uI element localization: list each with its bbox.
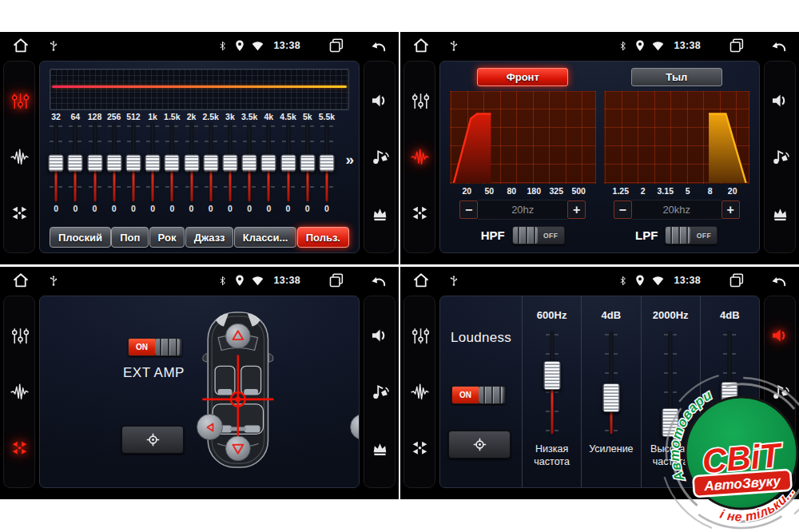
effects-nav-icon[interactable]	[407, 379, 431, 403]
recents-button[interactable]	[328, 272, 345, 289]
equalizer-nav-icon[interactable]	[407, 89, 431, 113]
volume-nav-icon[interactable]	[768, 89, 792, 113]
crown-nav-icon[interactable]	[368, 201, 392, 225]
center-reset-button[interactable]	[121, 426, 184, 454]
slider-knob[interactable]	[165, 155, 180, 172]
home-button[interactable]	[11, 36, 30, 55]
equalizer-nav-icon[interactable]	[7, 89, 31, 113]
volume-nav-icon[interactable]	[368, 324, 392, 347]
balance-nav-icon[interactable]	[407, 201, 431, 225]
balance-nav-icon[interactable]	[7, 201, 31, 225]
more-bands-button[interactable]: »	[345, 151, 354, 169]
lpf-minus-button[interactable]: −	[614, 200, 632, 219]
effects-nav-icon[interactable]	[407, 145, 431, 169]
balance-left-button[interactable]	[197, 414, 223, 440]
slider-knob[interactable]	[662, 408, 679, 437]
loudness-slider[interactable]	[602, 332, 621, 435]
effects-nav-icon[interactable]	[7, 379, 31, 403]
slider-knob[interactable]	[49, 155, 64, 172]
slider-knob[interactable]	[721, 382, 738, 411]
home-button[interactable]	[411, 36, 431, 55]
slider-knob[interactable]	[242, 155, 257, 172]
loudness-slider[interactable]	[661, 332, 680, 435]
subwoofer-nav-icon[interactable]	[768, 145, 792, 169]
hpf-stepper: − 20hz +	[459, 200, 586, 220]
band-slider[interactable]	[260, 123, 276, 203]
band-slider[interactable]	[241, 123, 257, 203]
band-slider[interactable]	[67, 123, 83, 203]
subwoofer-nav-icon[interactable]	[368, 379, 392, 403]
slider-knob[interactable]	[145, 155, 161, 172]
band-slider[interactable]	[106, 123, 122, 203]
slider-knob[interactable]	[261, 155, 276, 172]
volume-nav-icon[interactable]	[768, 324, 792, 347]
left-nav	[3, 296, 35, 488]
volume-nav-icon[interactable]	[368, 89, 392, 113]
band-slider[interactable]	[164, 123, 180, 203]
back-button[interactable]	[369, 39, 388, 53]
crown-nav-icon[interactable]	[768, 201, 792, 225]
loudness-slider[interactable]	[543, 332, 562, 435]
band-slider[interactable]	[222, 123, 238, 203]
effects-nav-icon[interactable]	[7, 145, 31, 169]
slider-knob[interactable]	[543, 361, 560, 390]
loudness-toggle[interactable]: ON	[451, 386, 506, 404]
back-button[interactable]	[769, 39, 788, 53]
balance-nav-icon[interactable]	[407, 436, 431, 460]
equalizer-nav-icon[interactable]	[7, 324, 31, 347]
equalizer-nav-icon[interactable]	[407, 324, 431, 347]
ext-amp-toggle[interactable]: ON	[128, 338, 182, 356]
hpf-minus-button[interactable]: −	[459, 200, 478, 219]
tab-front[interactable]: Фронт	[477, 68, 568, 86]
band-slider[interactable]	[280, 123, 296, 203]
band-slider[interactable]	[184, 123, 200, 203]
slider-knob[interactable]	[280, 155, 296, 172]
slider-knob[interactable]	[602, 383, 619, 412]
recents-button[interactable]	[328, 37, 345, 54]
recents-button[interactable]	[728, 272, 745, 289]
loudness-slider[interactable]	[720, 332, 739, 435]
right-nav	[364, 61, 396, 253]
slider-knob[interactable]	[106, 155, 121, 172]
tab-rear[interactable]: Тыл	[631, 68, 722, 86]
subwoofer-nav-icon[interactable]	[368, 145, 392, 169]
slider-knob[interactable]	[203, 155, 218, 172]
subwoofer-nav-icon[interactable]	[768, 379, 792, 403]
back-button[interactable]	[369, 274, 388, 288]
slider-knob[interactable]	[300, 155, 315, 172]
slider-knob[interactable]	[68, 155, 83, 172]
slider-knob[interactable]	[222, 155, 237, 172]
recents-button[interactable]	[728, 37, 745, 54]
preset-pop-button[interactable]: Поп	[111, 227, 149, 248]
band-value: 0	[112, 203, 117, 214]
crown-nav-icon[interactable]	[368, 436, 392, 460]
band-slider[interactable]	[48, 123, 64, 203]
band-slider[interactable]	[125, 123, 141, 203]
hpf-plus-button[interactable]: +	[567, 200, 586, 219]
preset-classic-button[interactable]: Класси...	[234, 227, 297, 248]
lpf-toggle[interactable]: OFF	[665, 226, 718, 244]
preset-flat-button[interactable]: Плоский	[50, 227, 111, 248]
band-slider[interactable]	[87, 123, 103, 203]
home-button[interactable]	[11, 271, 30, 290]
slider-knob[interactable]	[87, 155, 102, 172]
home-button[interactable]	[411, 271, 431, 290]
band-slider[interactable]	[145, 123, 161, 203]
crown-nav-icon[interactable]	[768, 436, 792, 460]
lpf-plus-button[interactable]: +	[721, 200, 740, 219]
balance-nav-icon[interactable]	[7, 436, 31, 460]
slider-knob[interactable]	[319, 155, 334, 172]
back-button[interactable]	[769, 274, 788, 288]
center-reset-button[interactable]	[448, 431, 511, 459]
hpf-toggle[interactable]: OFF	[512, 226, 565, 244]
preset-jazz-button[interactable]: Джазз	[185, 227, 234, 248]
balance-right-button[interactable]	[350, 414, 360, 440]
eq-band: 2.5k0	[201, 111, 221, 225]
slider-knob[interactable]	[125, 155, 141, 172]
preset-custom-button[interactable]: Польз.	[297, 227, 349, 248]
band-slider[interactable]	[203, 123, 219, 203]
band-slider[interactable]	[300, 123, 316, 203]
band-slider[interactable]	[319, 123, 335, 203]
preset-rock-button[interactable]: Рок	[149, 227, 185, 248]
slider-knob[interactable]	[184, 155, 199, 172]
